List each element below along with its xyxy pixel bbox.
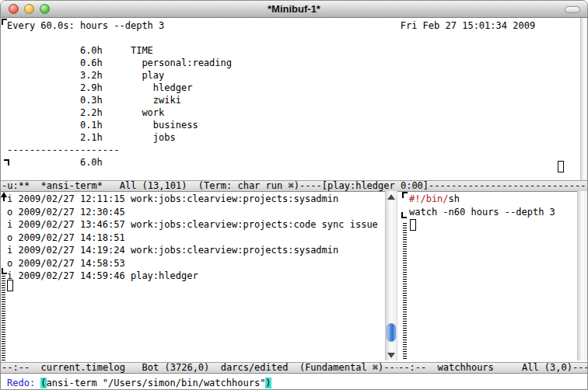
close-paren-highlight: )	[265, 378, 271, 388]
scrollbar-down-arrow-icon[interactable]	[387, 353, 395, 358]
emacs-window: *Minibuf-1* Every 60.0s: hours --depth 3…	[0, 0, 588, 390]
buffer-top-corner-icon	[2, 19, 7, 25]
buffer-end-corner-icon	[2, 268, 7, 274]
scrollbar-up-arrow-icon[interactable]	[387, 194, 395, 200]
minibuffer[interactable]: Redo: (ansi-term "/Users/simon/bin/watch…	[7, 378, 271, 388]
empty-lines-stipple	[2, 276, 5, 360]
script-scrollbar[interactable]	[577, 191, 588, 360]
scrollbar-thumb[interactable]	[387, 323, 396, 342]
shebang-prefix: #!/bin/	[409, 193, 449, 204]
buffer-top-corner-icon	[402, 192, 408, 198]
script-modeline-text: --:-- watchhours All (3,0)---	[397, 363, 588, 373]
script-pane[interactable]: #!/bin/sh watch -n60 hours --depth 3	[409, 193, 555, 218]
timelog-modeline-text: --:-- current.timelog Bot (3726,0) darcs…	[1, 363, 397, 373]
term-scrollbar[interactable]	[580, 18, 588, 180]
timelog-cursor	[7, 280, 13, 291]
term-modeline[interactable]: -u:** *ansi-term* All (13,101) (Term: ch…	[1, 180, 588, 192]
toolbar-pill-button[interactable]	[565, 6, 580, 13]
minibuffer-prompt: Redo:	[7, 378, 40, 388]
window-titlebar[interactable]: *Minibuf-1*	[1, 1, 587, 18]
buffer-end-corner-icon	[401, 212, 407, 218]
timelog-modeline[interactable]: --:-- current.timelog Bot (3726,0) darcs…	[1, 362, 397, 374]
open-paren-highlight: (	[40, 378, 46, 388]
script-cursor	[410, 219, 416, 231]
timelog-scrollbar[interactable]	[385, 191, 397, 360]
term-cursor	[558, 161, 564, 172]
window-title: *Minibuf-1*	[1, 3, 587, 15]
minibuffer-command: ansi-term "/Users/simon/bin/watchhours"	[47, 378, 266, 388]
empty-lines-stipple	[403, 223, 407, 360]
timelog-pane[interactable]: i 2009/02/27 12:11:15 work:jobs:clearvie…	[7, 193, 378, 283]
term-modeline-text: -u:** *ansi-term* All (13,101) (Term: ch…	[1, 181, 588, 191]
buffer-continues-above-icon	[1, 192, 8, 202]
buffer-bottom-corner-icon	[4, 159, 9, 165]
script-modeline[interactable]: --:-- watchhours All (3,0)---	[397, 362, 588, 374]
shebang-shell: sh	[449, 193, 460, 204]
ansi-term-pane[interactable]: Every 60.0s: hours --depth 3 Fri Feb 27 …	[7, 19, 535, 169]
script-command-line: watch -n60 hours --depth 3	[409, 207, 555, 218]
